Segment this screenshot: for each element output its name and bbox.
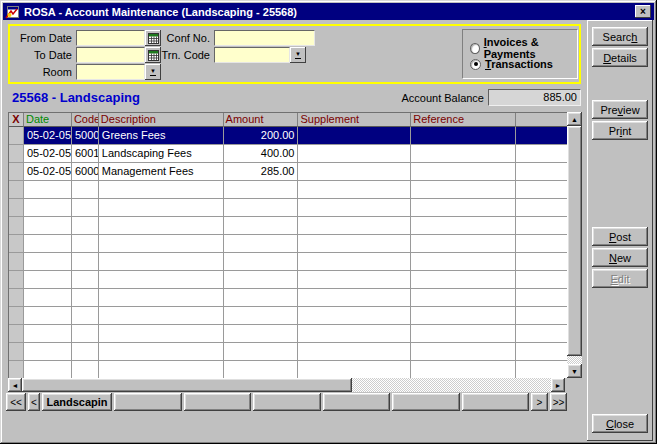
tab-empty[interactable]	[253, 393, 321, 411]
post-button[interactable]: Post	[592, 227, 648, 246]
column-header-description[interactable]: Description	[99, 113, 224, 127]
column-header-reference[interactable]: Reference	[411, 113, 516, 127]
cell-blank	[411, 289, 516, 307]
trn-code-dropdown-button[interactable]: ▼	[290, 47, 306, 63]
column-header-supplement[interactable]: Supplement	[298, 113, 411, 127]
new-button[interactable]: New	[592, 248, 648, 267]
tab-empty[interactable]	[114, 393, 182, 411]
table-row-empty[interactable]	[9, 235, 567, 253]
tab-next-button[interactable]: >	[531, 393, 548, 411]
horizontal-scrollbar[interactable]: ◄ ►	[8, 378, 565, 392]
conf-no-input[interactable]	[214, 30, 315, 46]
print-button[interactable]: Print	[592, 121, 648, 140]
account-balance-value: 885.00	[488, 89, 581, 106]
details-button[interactable]: Details	[592, 48, 648, 67]
radio-invoices-payments[interactable]: Invoices & Payments	[470, 36, 577, 60]
cell-blank	[516, 271, 567, 289]
tab-empty[interactable]	[462, 393, 530, 411]
room-input[interactable]	[76, 64, 145, 80]
cell-blank	[516, 127, 567, 145]
table-row-empty[interactable]	[9, 343, 567, 361]
action-panel: Search Details Preview Print Post New Ed…	[587, 20, 653, 441]
column-header-x[interactable]: X	[9, 113, 24, 127]
scroll-up-icon[interactable]: ▲	[567, 112, 582, 126]
row-marker-cell	[9, 217, 24, 235]
account-tab-strip: << < Landscapin > >>	[6, 393, 567, 411]
table-row-empty[interactable]	[9, 271, 567, 289]
cell-blank	[72, 325, 99, 343]
table-row-empty[interactable]	[9, 217, 567, 235]
cell-blank	[516, 361, 567, 378]
cell-blank	[411, 343, 516, 361]
table-row-empty[interactable]	[9, 253, 567, 271]
row-marker-cell	[9, 343, 24, 361]
row-marker-cell[interactable]	[9, 127, 24, 145]
table-row[interactable]: 05-02-05 5000 Greens Fees 200.00	[9, 127, 567, 145]
cell-blank	[99, 181, 224, 199]
table-row[interactable]: 05-02-05 6001 Landscaping Fees 400.00	[9, 145, 567, 163]
row-marker-cell[interactable]	[9, 163, 24, 181]
column-header-date[interactable]: Date	[24, 113, 72, 127]
cell-description: Greens Fees	[99, 127, 224, 145]
table-row-empty[interactable]	[9, 307, 567, 325]
close-button[interactable]: Close	[592, 414, 648, 433]
table-row-empty[interactable]	[9, 181, 567, 199]
cell-amount: 400.00	[224, 145, 299, 163]
account-balance-label: Account Balance	[380, 92, 484, 104]
trn-code-input[interactable]	[214, 47, 290, 63]
cell-blank	[224, 307, 299, 325]
cell-blank	[72, 199, 99, 217]
preview-button[interactable]: Preview	[592, 100, 648, 119]
radio-transactions[interactable]: Transactions	[470, 58, 553, 70]
table-row-empty[interactable]	[9, 325, 567, 343]
table-row-empty[interactable]	[9, 199, 567, 217]
cell-blank	[99, 343, 224, 361]
search-button[interactable]: Search	[592, 27, 648, 46]
table-row[interactable]: 05-02-05 6000 Management Fees 285.00	[9, 163, 567, 181]
table-row-empty[interactable]	[9, 361, 567, 378]
edit-button[interactable]: Edit	[592, 269, 648, 288]
cell-blank	[298, 343, 411, 361]
tab-landscaping[interactable]: Landscapin	[42, 393, 112, 411]
transactions-grid: X Date Code Description Amount Supplemen…	[8, 112, 567, 378]
vertical-scrollbar[interactable]: ▲ ▼	[567, 112, 582, 378]
title-bar[interactable]: ROSA - Account Maintenance (Landscaping …	[3, 3, 654, 20]
row-marker-cell	[9, 271, 24, 289]
cell-blank	[24, 361, 72, 378]
vertical-scrollbar-thumb[interactable]	[567, 126, 582, 356]
tab-first-button[interactable]: <<	[6, 393, 26, 411]
horizontal-scrollbar-thumb[interactable]	[22, 378, 352, 392]
tab-empty[interactable]	[392, 393, 460, 411]
room-dropdown-button[interactable]: ▼	[145, 64, 161, 80]
table-row-empty[interactable]	[9, 289, 567, 307]
row-marker-cell	[9, 199, 24, 217]
cell-blank	[72, 289, 99, 307]
cell-blank	[298, 361, 411, 378]
cell-blank	[99, 199, 224, 217]
cell-blank	[72, 181, 99, 199]
tab-prev-button[interactable]: <	[28, 393, 40, 411]
tab-empty[interactable]	[184, 393, 252, 411]
column-header-code[interactable]: Code	[72, 113, 99, 127]
cell-description: Management Fees	[99, 163, 224, 181]
tab-empty[interactable]	[323, 393, 391, 411]
scroll-right-icon[interactable]: ►	[551, 378, 565, 392]
from-date-input[interactable]	[76, 30, 145, 46]
cell-blank	[24, 199, 72, 217]
to-date-input[interactable]	[76, 47, 145, 63]
close-icon[interactable]: ×	[635, 5, 651, 18]
cell-blank	[516, 163, 567, 181]
column-header-amount[interactable]: Amount	[224, 113, 299, 127]
scroll-down-icon[interactable]: ▼	[567, 364, 582, 378]
to-date-label: To Date	[10, 48, 72, 63]
cell-reference	[411, 127, 516, 145]
tab-last-button[interactable]: >>	[550, 393, 567, 411]
row-marker-cell	[9, 289, 24, 307]
row-marker-cell[interactable]	[9, 145, 24, 163]
scroll-left-icon[interactable]: ◄	[8, 378, 22, 392]
cell-blank	[224, 217, 299, 235]
cell-amount: 285.00	[224, 163, 299, 181]
column-header-blank	[516, 113, 567, 127]
cell-reference	[411, 145, 516, 163]
cell-blank	[24, 325, 72, 343]
